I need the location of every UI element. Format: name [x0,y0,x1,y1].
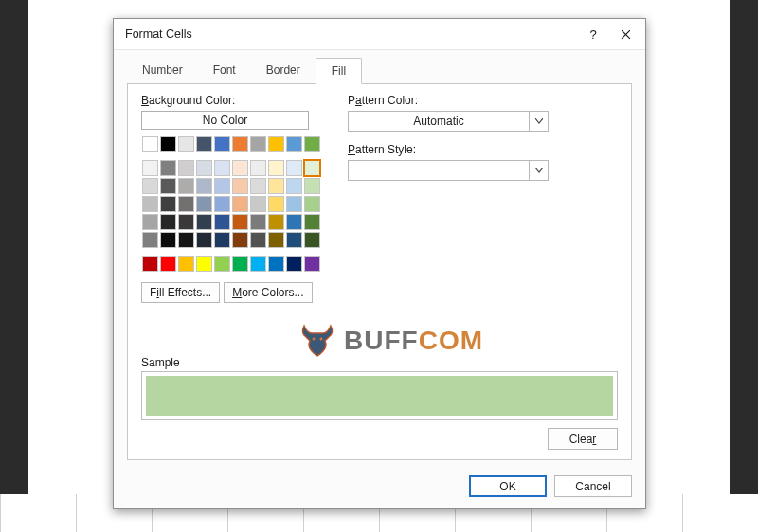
color-swatch[interactable] [178,160,194,176]
color-swatch[interactable] [160,160,176,176]
watermark-text: BUFFCOM [344,326,483,356]
bg-strip-right [730,0,758,494]
color-swatch[interactable] [268,214,284,230]
color-swatch[interactable] [160,232,176,248]
color-swatch[interactable] [286,136,302,152]
pattern-style-label: Pattern Style: [348,143,618,156]
tab-fill[interactable]: Fill [316,58,362,84]
color-swatch[interactable] [304,136,320,152]
color-swatch[interactable] [178,136,194,152]
pattern-color-label: Pattern Color: [348,94,618,107]
color-swatch[interactable] [214,178,230,194]
color-swatch[interactable] [160,214,176,230]
color-swatch[interactable] [214,136,230,152]
color-swatch[interactable] [178,256,194,272]
palette-row [141,159,321,177]
close-button[interactable] [609,20,641,48]
tab-font[interactable]: Font [198,58,251,84]
color-swatch[interactable] [142,178,158,194]
color-swatch[interactable] [214,196,230,212]
color-swatch[interactable] [286,256,302,272]
color-swatch[interactable] [196,160,212,176]
color-swatch[interactable] [304,214,320,230]
color-swatch[interactable] [304,178,320,194]
ok-button[interactable]: OK [469,475,547,497]
color-swatch[interactable] [214,232,230,248]
palette-row [141,255,321,273]
color-swatch[interactable] [304,160,320,176]
color-swatch[interactable] [268,256,284,272]
color-swatch[interactable] [232,178,248,194]
tab-number[interactable]: Number [127,58,198,84]
color-swatch[interactable] [250,196,266,212]
color-swatch[interactable] [178,232,194,248]
color-swatch[interactable] [304,196,320,212]
color-swatch[interactable] [250,136,266,152]
color-swatch[interactable] [250,214,266,230]
tab-border[interactable]: Border [251,58,316,84]
color-swatch[interactable] [304,256,320,272]
more-colors-button[interactable]: More Colors... [224,282,312,303]
color-swatch[interactable] [286,196,302,212]
color-swatch[interactable] [268,232,284,248]
color-swatch[interactable] [196,178,212,194]
color-swatch[interactable] [214,256,230,272]
svg-point-1 [320,338,323,341]
color-swatch[interactable] [142,214,158,230]
color-swatch[interactable] [142,232,158,248]
color-swatch[interactable] [196,256,212,272]
color-swatch[interactable] [286,232,302,248]
color-swatch[interactable] [160,136,176,152]
color-swatch[interactable] [232,214,248,230]
palette-row [141,213,321,231]
color-swatch[interactable] [142,256,158,272]
panel-columns: Background Color: No Color Fill Effects.… [141,94,618,303]
color-swatch[interactable] [196,214,212,230]
clear-button[interactable]: Clear [548,428,618,450]
help-button[interactable]: ? [577,20,609,48]
color-swatch[interactable] [214,214,230,230]
color-swatch[interactable] [232,160,248,176]
pattern-style-combo[interactable] [348,160,549,181]
color-swatch[interactable] [232,196,248,212]
color-swatch[interactable] [286,160,302,176]
color-swatch[interactable] [268,196,284,212]
color-swatch[interactable] [160,196,176,212]
color-swatch[interactable] [160,178,176,194]
titlebar: Format Cells ? [114,19,645,49]
dialog-buttons: OK Cancel [114,468,645,508]
chevron-down-icon [529,161,548,180]
color-swatch[interactable] [304,232,320,248]
color-swatch[interactable] [178,214,194,230]
color-swatch[interactable] [250,256,266,272]
color-swatch[interactable] [196,136,212,152]
no-color-button[interactable]: No Color [141,111,309,130]
color-swatch[interactable] [268,160,284,176]
color-swatch[interactable] [142,196,158,212]
color-swatch[interactable] [232,136,248,152]
color-swatch[interactable] [178,196,194,212]
pattern-color-combo[interactable]: Automatic [348,111,549,132]
color-swatch[interactable] [232,232,248,248]
color-swatch[interactable] [250,160,266,176]
color-swatch[interactable] [214,160,230,176]
color-swatch[interactable] [250,232,266,248]
color-swatch[interactable] [142,160,158,176]
sample-label: Sample [141,356,618,369]
color-swatch[interactable] [250,178,266,194]
color-swatch[interactable] [268,178,284,194]
color-swatch[interactable] [286,178,302,194]
cancel-button[interactable]: Cancel [554,475,632,497]
color-swatch[interactable] [196,196,212,212]
format-cells-dialog: Format Cells ? Number Font Border Fill B… [113,18,646,509]
color-swatch[interactable] [232,256,248,272]
palette-buttons: Fill Effects... More Colors... [141,282,321,303]
color-swatch[interactable] [178,178,194,194]
color-swatch[interactable] [268,136,284,152]
color-swatch[interactable] [160,256,176,272]
color-swatch[interactable] [196,232,212,248]
sample-box [141,371,618,420]
fill-effects-button[interactable]: Fill Effects... [141,282,220,303]
color-swatch[interactable] [286,214,302,230]
color-swatch[interactable] [142,136,158,152]
